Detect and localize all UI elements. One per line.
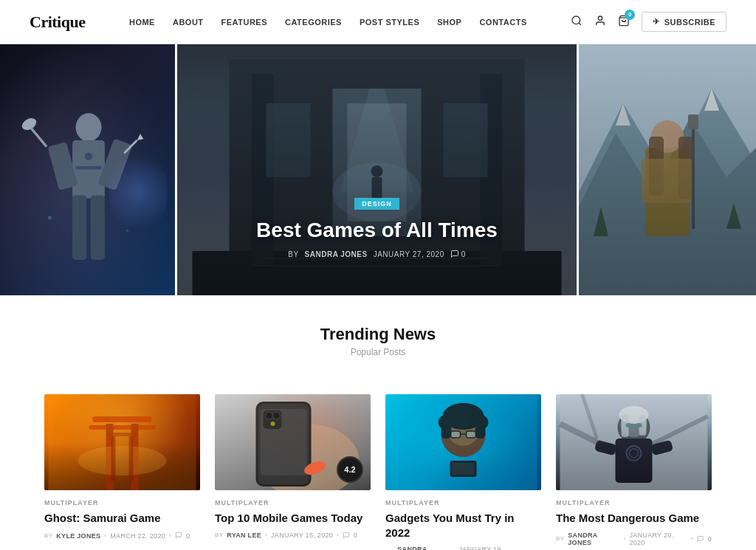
main-nav: Home About Features Categories Post Styl… <box>129 18 527 27</box>
card-4-category: Multiplayer <box>556 499 712 506</box>
subscribe-button[interactable]: ✈ Subscribe <box>642 12 726 32</box>
svg-rect-46 <box>49 394 196 490</box>
card-1-title: Ghost: Samurai Game <box>44 511 200 526</box>
trending-title: Trending News <box>44 325 712 344</box>
card-2-comments: 0 <box>354 532 357 539</box>
hero-date: January 27, 2020 <box>374 250 444 258</box>
rating-badge: 4.2 <box>337 456 363 483</box>
svg-point-11 <box>20 116 38 133</box>
svg-point-64 <box>271 422 275 426</box>
svg-line-1 <box>579 23 581 25</box>
svg-rect-15 <box>76 166 102 169</box>
card-2-date: January 15, 2020 <box>271 532 333 539</box>
card-1-category: Multiplayer <box>44 499 200 506</box>
svg-point-0 <box>572 16 580 24</box>
svg-point-63 <box>274 413 280 419</box>
nav-contacts[interactable]: Contacts <box>479 18 526 27</box>
card-3-image <box>385 394 541 490</box>
card-1-image <box>44 394 200 490</box>
card-3-date: January 19, 2020 <box>458 546 517 550</box>
trending-section: Trending News Popular Posts <box>0 295 756 394</box>
cart-icon-wrapper[interactable]: 0 <box>618 15 630 30</box>
user-icon[interactable] <box>594 15 606 30</box>
card-3-meta: BY Sandra Jones January 19, 2020 0 <box>385 546 541 550</box>
svg-point-61 <box>267 413 272 419</box>
card-2-meta: BY Ryan Lee January 15, 2020 0 <box>215 532 371 539</box>
card-2-image: 4.2 <box>215 394 371 490</box>
dot-2 <box>169 534 171 537</box>
svg-rect-47 <box>93 416 152 422</box>
nav-post-styles[interactable]: Post Styles <box>360 18 419 27</box>
svg-point-16 <box>48 216 52 219</box>
card-1-author: Kyle Jones <box>56 532 100 540</box>
card-4-comments: 0 <box>708 535 712 543</box>
card-1[interactable]: Multiplayer Ghost: Samurai Game BY Kyle … <box>44 394 200 550</box>
card-4-image <box>556 394 712 490</box>
card-2-title: Top 10 Mobile Games Today <box>215 511 371 526</box>
svg-rect-48 <box>89 425 156 430</box>
card-2-category: Multiplayer <box>215 499 371 506</box>
nav-about[interactable]: About <box>173 18 204 27</box>
card-2-author: Ryan Lee <box>227 532 261 539</box>
svg-point-2 <box>599 16 602 20</box>
card-4[interactable]: Multiplayer The Most Dangerous Game BY S… <box>556 394 712 550</box>
nav-features[interactable]: Features <box>221 18 267 27</box>
dot-1 <box>104 534 106 537</box>
svg-rect-77 <box>467 431 476 438</box>
hero-badge: Design <box>354 198 399 210</box>
hero-slide-right[interactable] <box>579 44 756 295</box>
card-1-date: March 22, 2020 <box>110 532 165 540</box>
card-4-date: January 20, 2020 <box>629 532 687 546</box>
hero-center-content: Design Best Games of All Times BY Sandra… <box>177 196 577 258</box>
search-icon[interactable] <box>571 15 583 30</box>
card-4-title: The Most Dangerous Game <box>556 511 712 526</box>
svg-point-14 <box>85 153 93 161</box>
card-2[interactable]: 4.2 Multiplayer Top 10 Mobile Games Toda… <box>215 394 371 550</box>
svg-point-51 <box>78 446 167 475</box>
trending-subtitle: Popular Posts <box>44 347 712 357</box>
svg-rect-8 <box>72 195 86 260</box>
card-3-category: Multiplayer <box>385 499 541 506</box>
send-icon: ✈ <box>653 17 660 27</box>
svg-point-4 <box>76 113 102 142</box>
svg-marker-13 <box>137 134 144 140</box>
hero-author: Sandra Jones <box>305 250 368 258</box>
svg-rect-9 <box>91 195 105 260</box>
cart-badge: 0 <box>625 10 635 20</box>
svg-rect-72 <box>441 425 452 439</box>
card-1-comment-icon <box>175 532 182 540</box>
card-1-comments: 0 <box>186 532 190 540</box>
logo[interactable]: Critique <box>30 13 85 32</box>
svg-rect-75 <box>453 463 475 475</box>
card-1-meta: BY Kyle Jones March 22, 2020 0 <box>44 532 200 540</box>
nav-shop[interactable]: Shop <box>437 18 461 27</box>
nav-home[interactable]: Home <box>129 18 155 27</box>
hero-slider: Design Best Games of All Times BY Sandra… <box>0 44 756 295</box>
card-4-author: Sandra Jones <box>568 532 619 546</box>
card-3-title: Gadgets You Must Try in 2022 <box>385 511 541 540</box>
hero-title: Best Games of All Times <box>177 219 577 242</box>
nav-categories[interactable]: Categories <box>285 18 342 27</box>
site-header: Critique Home About Features Categories … <box>0 0 756 44</box>
hero-slide-left[interactable] <box>0 44 177 295</box>
card-3-author: Sandra Jones <box>397 546 449 550</box>
svg-rect-76 <box>451 431 461 438</box>
svg-line-10 <box>30 128 47 147</box>
comment-icon: 0 <box>450 250 466 258</box>
hero-slide-center[interactable]: Design Best Games of All Times BY Sandra… <box>177 44 579 295</box>
hero-meta: BY Sandra Jones January 27, 2020 0 <box>177 250 577 258</box>
svg-rect-54 <box>129 436 134 481</box>
card-4-meta: BY Sandra Jones January 20, 2020 0 <box>556 532 712 546</box>
svg-rect-73 <box>475 425 486 439</box>
svg-rect-52 <box>106 433 139 436</box>
svg-rect-53 <box>111 436 116 481</box>
card-3[interactable]: Multiplayer Gadgets You Must Try in 2022… <box>385 394 541 550</box>
cards-grid: Multiplayer Ghost: Samurai Game BY Kyle … <box>0 394 756 550</box>
